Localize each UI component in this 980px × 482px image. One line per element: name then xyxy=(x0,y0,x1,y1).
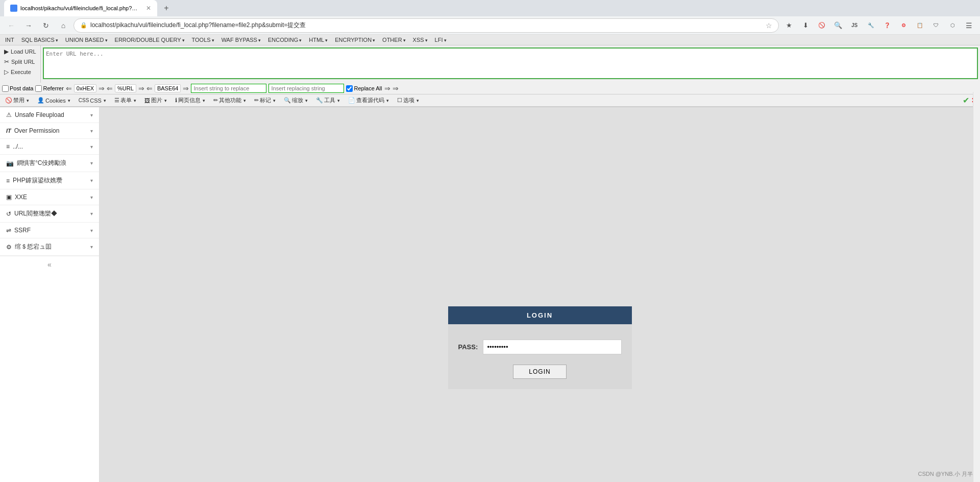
replace-all-checkbox[interactable] xyxy=(346,85,353,92)
hackbar-url-area xyxy=(41,45,980,83)
sidebar-item-ssrf[interactable]: ⇌ SSRF ▾ xyxy=(0,223,99,238)
sidebar-item-unsafe-fileupload[interactable]: ⚠ Unsafe Fileupload ▾ xyxy=(0,107,99,123)
forward-button[interactable]: → xyxy=(21,18,36,33)
scroll-indicator[interactable] xyxy=(973,92,980,482)
addon6[interactable]: 🛡 xyxy=(929,18,943,33)
nav-bar: ← → ↻ ⌂ 🔒 ☆ ★ ⬇ 🚫 🔍 JS 🔧 ❓ ⚙ 📋 🛡 ⬡ ☰ xyxy=(0,16,980,35)
referrer-checkbox[interactable] xyxy=(35,85,42,92)
menu-icon[interactable]: ☰ xyxy=(962,18,976,33)
login-container: LOGIN PASS: LOGIN xyxy=(448,306,632,389)
xxe-icon: ▣ xyxy=(6,194,12,201)
hackbar-url-textarea[interactable] xyxy=(43,47,978,79)
new-tab-btn[interactable]: + xyxy=(159,1,174,15)
accept-icon[interactable]: ✔ xyxy=(963,95,969,105)
menu-xss[interactable]: XSS xyxy=(410,36,431,44)
addon1[interactable]: JS xyxy=(847,18,862,33)
menu-int[interactable]: INT xyxy=(2,36,17,44)
webdev-other[interactable]: ✏ 其他功能 xyxy=(210,95,249,105)
menu-encryption[interactable]: ENCRYPTION xyxy=(332,36,378,44)
webdev-css[interactable]: CSS CSS xyxy=(76,97,109,105)
menu-lfi[interactable]: LFI xyxy=(432,36,450,44)
mark-label: 标记 xyxy=(260,97,271,104)
hackbar-main: ▶ Load URL ✂ Split URL ▷ Execute xyxy=(0,45,980,83)
refresh-button[interactable]: ↻ xyxy=(39,18,53,33)
sidebar-item-xxe[interactable]: ▣ XXE ▾ xyxy=(0,189,99,205)
arrow-left-1: ⇐ xyxy=(66,84,72,92)
url-encode-button[interactable]: %URL xyxy=(115,84,136,92)
addon4[interactable]: ⚙ xyxy=(896,18,911,33)
webdev-forms[interactable]: ☰ 表单 xyxy=(111,95,139,105)
menu-error-double[interactable]: ERROR/DOUBLE QUERY xyxy=(112,36,188,44)
chevron-icon-5: ▾ xyxy=(90,178,93,183)
load-url-button[interactable]: ▶ Load URL xyxy=(1,46,39,57)
menu-tools[interactable]: TOOLS xyxy=(189,36,217,44)
webdev-disable[interactable]: 🚫 禁用 xyxy=(2,95,32,105)
arrow-right-4: ⇒ xyxy=(384,84,390,92)
downloads-icon[interactable]: ⬇ xyxy=(798,18,813,33)
info-icon: ℹ xyxy=(175,97,177,104)
menu-html[interactable]: HTML xyxy=(306,36,331,44)
addon7[interactable]: ⬡ xyxy=(945,18,960,33)
active-tab[interactable]: localhost/pikachu/vul/fileinclude/fi_loc… xyxy=(4,0,157,16)
disable-label: 禁用 xyxy=(13,97,24,104)
menu-sql-basics[interactable]: SQL BASICS xyxy=(18,36,61,44)
base64-encode-button[interactable]: BASE64 xyxy=(155,84,181,92)
login-button[interactable]: LOGIN xyxy=(513,365,566,379)
sidebar-item-php[interactable]: ≡ PHP鎼簱鍙栨嫶瓒 ▾ xyxy=(0,172,99,189)
watermark: CSDN @YNB.小 月半~ xyxy=(918,470,976,478)
ssrf-icon: ⇌ xyxy=(6,227,11,234)
pageinfo-label: 网页信息 xyxy=(178,97,201,104)
hackbar-encode-row: Post data Referrer ⇐ 0xHEX ⇒ ⇐ %URL ⇒ ⇐ … xyxy=(0,83,980,94)
menu-other[interactable]: OTHER xyxy=(379,36,409,44)
bookmark-icon[interactable]: ☆ xyxy=(766,21,772,30)
split-url-button[interactable]: ✂ Split URL xyxy=(1,57,39,67)
search-bar-icon[interactable]: 🔍 xyxy=(831,18,845,33)
zoom-label: 缩放 xyxy=(292,97,303,104)
execute-button[interactable]: ▷ Execute xyxy=(1,67,39,77)
images-icon: 🖼 xyxy=(144,98,150,104)
insert-replacing-input[interactable] xyxy=(268,84,344,93)
webdev-toolbar: 🚫 禁用 👤 Cookies CSS CSS ☰ 表单 🖼 图片 ℹ 网页信息 … xyxy=(0,94,980,107)
tab-close[interactable]: ✕ xyxy=(146,5,151,12)
unsafe-fileupload-label: Unsafe Fileupload xyxy=(15,111,64,118)
menu-encoding[interactable]: ENCODING xyxy=(265,36,305,44)
insert-string-input[interactable] xyxy=(191,84,266,93)
webdev-images[interactable]: 🖼 图片 xyxy=(141,95,170,105)
password-input[interactable] xyxy=(483,340,622,354)
sidebar-item-over-permission[interactable]: IT Over Permission ▾ xyxy=(0,123,99,139)
options-label: 选项 xyxy=(403,97,414,104)
back-button[interactable]: ← xyxy=(4,18,18,33)
home-button[interactable]: ⌂ xyxy=(56,18,70,33)
sidebar-item-dotdot[interactable]: ≡ ../... ▾ xyxy=(0,139,99,155)
sidebar-item-phishing[interactable]: 📷 鐧惧害°C伇娉勵浪 ▾ xyxy=(0,155,99,172)
webdev-pageinfo[interactable]: ℹ 网页信息 xyxy=(172,95,208,105)
webdev-cookies[interactable]: 👤 Cookies xyxy=(34,96,74,105)
arrow-right-5: ⇒ xyxy=(393,84,399,92)
extension-icon[interactable]: 🚫 xyxy=(815,18,829,33)
post-data-checkbox[interactable] xyxy=(2,85,9,92)
menu-union-based[interactable]: UNION BASED xyxy=(62,36,111,44)
images-label: 图片 xyxy=(151,97,162,104)
hackbar-menu-row: INT SQL BASICS UNION BASED ERROR/DOUBLE … xyxy=(0,35,980,45)
url-input[interactable] xyxy=(90,22,763,29)
menu-waf-bypass[interactable]: WAF BYPASS xyxy=(218,36,264,44)
webdev-zoom[interactable]: 🔍 缩放 xyxy=(281,95,311,105)
addon3[interactable]: ❓ xyxy=(880,18,894,33)
address-bar[interactable]: 🔒 ☆ xyxy=(74,18,779,33)
unsafe-fileupload-icon: ⚠ xyxy=(6,111,12,118)
sidebar-collapse-button[interactable]: « xyxy=(0,256,99,273)
hex-encode-button[interactable]: 0xHEX xyxy=(74,84,96,92)
star-icon[interactable]: ★ xyxy=(782,18,796,33)
webdev-mark[interactable]: ✏ 标记 xyxy=(251,95,279,105)
webdev-options[interactable]: ☐ 选项 xyxy=(394,95,422,105)
tab-title: localhost/pikachu/vul/fileinclude/fi_loc… xyxy=(20,5,139,12)
arrow-right-3: ⇒ xyxy=(183,84,189,92)
addon5[interactable]: 📋 xyxy=(913,18,927,33)
webdev-tools[interactable]: 🔧 工具 xyxy=(313,95,343,105)
mark-icon: ✏ xyxy=(254,97,259,104)
webdev-source[interactable]: 📄 查看源代码 xyxy=(345,95,392,105)
browser-chrome: localhost/pikachu/vul/fileinclude/fi_loc… xyxy=(0,0,980,107)
sidebar-item-url-redirect[interactable]: ↺ URL閻整璁欒◆ ▾ xyxy=(0,205,99,223)
addon2[interactable]: 🔧 xyxy=(864,18,878,33)
sidebar-item-manage[interactable]: ⚙ 绾＄悊宕ュ吅 ▾ xyxy=(0,238,99,256)
